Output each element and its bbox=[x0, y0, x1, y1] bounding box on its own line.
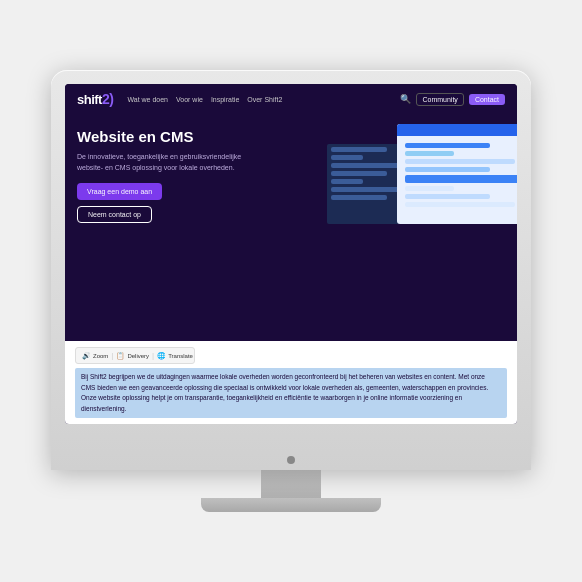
demo-button[interactable]: Vraag een demo aan bbox=[77, 183, 162, 200]
navbar: shift2) Wat we doen Voor wie Inspiratie … bbox=[65, 84, 517, 114]
laptop-screens bbox=[300, 124, 517, 341]
translate-label: Translate bbox=[168, 353, 193, 359]
nav-link-over[interactable]: Over Shift2 bbox=[247, 96, 282, 103]
nav-link-inspiratie[interactable]: Inspiratie bbox=[211, 96, 239, 103]
nav-links: Wat we doen Voor wie Inspiratie Over Shi… bbox=[127, 96, 392, 103]
hero-description: De innovatieve, toegankelijke en gebruik… bbox=[77, 152, 257, 173]
nav-link-wat[interactable]: Wat we doen bbox=[127, 96, 168, 103]
delivery-label: Delivery bbox=[127, 353, 149, 359]
monitor-base bbox=[201, 498, 381, 512]
monitor-wrapper: shift2) Wat we doen Voor wie Inspiratie … bbox=[51, 70, 531, 512]
monitor-neck bbox=[261, 470, 321, 498]
search-icon[interactable]: 🔍 bbox=[400, 94, 411, 104]
toolbar-divider2: | bbox=[152, 351, 154, 360]
delivery-tool[interactable]: 📋 Delivery bbox=[116, 352, 149, 360]
translate-icon: 🌐 bbox=[157, 352, 166, 360]
community-button[interactable]: Community bbox=[416, 93, 463, 106]
hero-left: Website en CMS De innovatieve, toegankel… bbox=[65, 114, 300, 341]
nav-link-voor[interactable]: Voor wie bbox=[176, 96, 203, 103]
screen-content: shift2) Wat we doen Voor wie Inspiratie … bbox=[65, 84, 517, 424]
monitor-dot bbox=[287, 456, 295, 464]
nav-right: 🔍 Community Contact bbox=[400, 93, 505, 106]
toolbar-row: 🔊 Zoom | 📋 Delivery | 🌐 Translate bbox=[75, 347, 195, 364]
contact-button[interactable]: Neem contact op bbox=[77, 206, 152, 223]
zoom-tool[interactable]: 🔊 Zoom bbox=[82, 352, 108, 360]
logo-num: 2) bbox=[102, 91, 113, 107]
screen-side bbox=[327, 144, 407, 224]
zoom-label: Zoom bbox=[93, 353, 108, 359]
content-section: 🔊 Zoom | 📋 Delivery | 🌐 Translate bbox=[65, 341, 517, 424]
logo: shift2) bbox=[77, 91, 113, 107]
contact-button[interactable]: Contact bbox=[469, 94, 505, 105]
monitor-screen: shift2) Wat we doen Voor wie Inspiratie … bbox=[65, 84, 517, 424]
delivery-icon: 📋 bbox=[116, 352, 125, 360]
screen-main bbox=[397, 124, 517, 224]
hero-right bbox=[300, 114, 517, 341]
logo-shift: shift bbox=[77, 92, 102, 107]
hero-title: Website en CMS bbox=[77, 128, 288, 146]
monitor-outer: shift2) Wat we doen Voor wie Inspiratie … bbox=[51, 70, 531, 470]
content-paragraph: Bij Shift2 begrijpen we de uitdagingen w… bbox=[75, 368, 507, 418]
zoom-icon: 🔊 bbox=[82, 352, 91, 360]
toolbar-divider: | bbox=[111, 351, 113, 360]
monitor-stand-wrapper bbox=[201, 470, 381, 512]
translate-tool[interactable]: 🌐 Translate bbox=[157, 352, 193, 360]
hero-section: Website en CMS De innovatieve, toegankel… bbox=[65, 114, 517, 341]
